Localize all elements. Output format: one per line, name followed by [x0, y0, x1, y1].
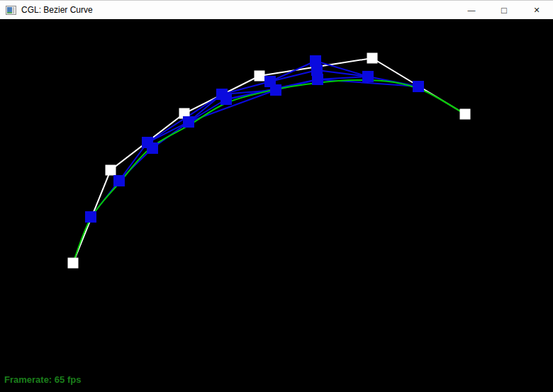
control-point-handle[interactable]	[367, 53, 378, 64]
caption-buttons: — □ ✕	[455, 1, 553, 19]
intermediate-line	[318, 77, 368, 79]
control-point-handle[interactable]	[106, 165, 116, 176]
intermediate-point	[413, 81, 424, 92]
intermediate-point	[220, 94, 232, 105]
intermediate-line	[147, 122, 189, 142]
intermediate-line	[317, 70, 368, 77]
intermediate-point	[147, 142, 158, 154]
maximize-button[interactable]: □	[488, 1, 520, 19]
intermediate-point	[362, 71, 374, 82]
control-point-handle[interactable]	[255, 71, 265, 82]
intermediate-point	[113, 175, 125, 186]
intermediate-line	[119, 142, 147, 181]
intermediate-point	[85, 211, 96, 223]
window-title: CGL: Bezier Curve	[21, 1, 93, 20]
minimize-button[interactable]: —	[455, 1, 488, 19]
framerate-label: Framerate: 65 fps	[4, 374, 81, 385]
title-bar: CGL: Bezier Curve — □ ✕	[0, 0, 553, 19]
intermediate-point	[183, 116, 194, 128]
intermediate-point	[312, 74, 323, 85]
app-icon	[6, 6, 16, 15]
close-button[interactable]: ✕	[520, 1, 553, 19]
intermediate-point	[270, 84, 281, 96]
bezier-scene	[0, 0, 553, 392]
control-point-handle[interactable]	[68, 258, 79, 269]
intermediate-line	[270, 61, 315, 82]
control-point-handle[interactable]	[460, 109, 471, 120]
bezier-curve	[73, 80, 465, 263]
gl-canvas[interactable]	[0, 0, 553, 392]
control-polygon-line	[73, 58, 465, 263]
intermediate-line	[270, 70, 317, 82]
